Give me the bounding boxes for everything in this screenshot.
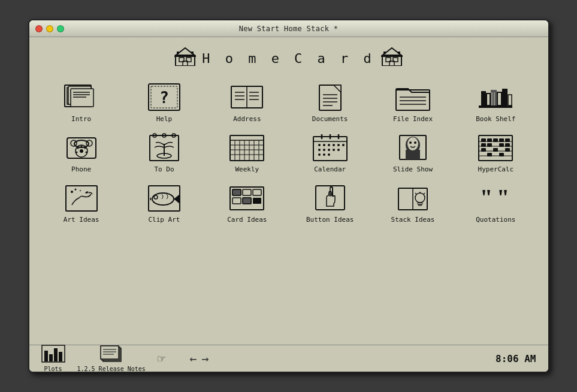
svg-rect-58 [86, 140, 92, 146]
svg-point-97 [333, 149, 335, 151]
svg-point-101 [328, 153, 330, 156]
svg-rect-48 [487, 94, 490, 105]
release-notes-label: 1.2.5 Release Notes [77, 366, 146, 372]
svg-rect-159 [59, 352, 62, 361]
address-icon [226, 82, 267, 113]
traffic-lights [35, 25, 64, 32]
help-label: Help [156, 115, 173, 123]
svg-rect-127 [66, 186, 97, 211]
intro-icon [61, 82, 102, 113]
grid-item-calendar[interactable]: Calendar [289, 128, 370, 176]
back-arrow[interactable]: ← [189, 351, 197, 366]
svg-point-107 [414, 141, 416, 144]
grid-item-to-do[interactable]: To Do [124, 128, 204, 176]
content-area: H o m e C a r d [29, 37, 548, 345]
grid-item-hypercalc[interactable]: HyperCalc [455, 128, 536, 176]
grid-item-file-index[interactable]: File Index [373, 77, 453, 125]
svg-rect-52 [508, 95, 512, 105]
svg-point-96 [328, 149, 330, 151]
grid-item-card-ideas[interactable]: Card Ideas [207, 178, 287, 226]
clock-display: 8:06 AM [496, 353, 536, 364]
svg-line-152 [415, 193, 416, 194]
grid-item-help[interactable]: ? Help [124, 77, 204, 125]
svg-rect-114 [487, 138, 492, 142]
icon-grid: Intro ? Help [41, 77, 536, 226]
stack-ideas-icon [392, 182, 433, 213]
help-icon: ? [144, 82, 185, 113]
svg-text:": " [497, 185, 509, 210]
grid-item-button-ideas[interactable]: Button Ideas [289, 178, 370, 226]
grid-item-intro[interactable]: Intro [41, 77, 122, 125]
svg-point-94 [318, 149, 321, 151]
svg-point-106 [409, 141, 412, 144]
svg-rect-142 [243, 198, 251, 204]
svg-point-133 [154, 195, 158, 199]
svg-rect-140 [253, 198, 261, 204]
grid-item-documents[interactable]: Documents [289, 77, 370, 125]
svg-rect-126 [499, 153, 504, 156]
grid-item-stack-ideas[interactable]: Stack Ideas [373, 178, 453, 226]
hypercalc-label: HyperCalc [478, 165, 514, 173]
phone-icon [61, 132, 102, 163]
grid-item-weekly[interactable]: Weekly [207, 128, 287, 176]
svg-point-64 [77, 147, 78, 149]
quotations-label: Quotations [476, 216, 515, 224]
grid-item-book-shelf[interactable]: Book Shelf [455, 77, 536, 125]
svg-rect-136 [243, 189, 251, 195]
plots-icon [41, 345, 65, 366]
address-label: Address [233, 115, 261, 123]
svg-point-147 [415, 193, 425, 203]
book-shelf-label: Book Shelf [476, 115, 515, 123]
art-ideas-label: Art Ideas [64, 216, 99, 224]
bottom-item-release-notes[interactable]: 1.2.5 Release Notes [77, 345, 146, 372]
svg-rect-115 [493, 138, 498, 142]
weekly-label: Weekly [235, 165, 259, 173]
grid-item-art-ideas[interactable]: Art Ideas [41, 178, 122, 226]
navigation-arrows: ← → [189, 351, 209, 366]
svg-point-88 [318, 144, 321, 146]
svg-rect-149 [418, 204, 422, 206]
close-button[interactable] [35, 25, 43, 32]
svg-point-60 [80, 149, 83, 153]
card-ideas-icon [226, 182, 267, 213]
grid-item-clip-art[interactable]: Clip Art [124, 178, 204, 226]
svg-rect-123 [493, 148, 498, 152]
bottom-item-plots[interactable]: Plots [41, 345, 65, 372]
svg-rect-113 [481, 138, 486, 142]
svg-rect-117 [505, 138, 510, 142]
svg-point-105 [407, 137, 418, 150]
art-ideas-icon [61, 182, 102, 213]
grid-item-phone[interactable]: Phone [41, 128, 122, 176]
file-index-label: File Index [393, 115, 433, 123]
svg-rect-51 [502, 89, 507, 105]
svg-rect-8 [191, 52, 194, 54]
slide-show-label: Slide Show [393, 165, 433, 173]
grid-item-quotations[interactable]: " " Quotations [455, 178, 536, 226]
forward-arrow[interactable]: → [201, 351, 209, 366]
svg-rect-118 [481, 143, 486, 147]
svg-point-128 [71, 191, 73, 193]
svg-point-89 [323, 144, 325, 146]
stack-ideas-label: Stack Ideas [391, 216, 435, 224]
book-shelf-icon [475, 82, 516, 113]
svg-rect-162 [101, 346, 119, 359]
svg-rect-47 [481, 91, 486, 105]
grid-item-address[interactable]: Address [207, 77, 287, 125]
button-ideas-label: Button Ideas [306, 216, 354, 224]
intro-label: Intro [71, 115, 91, 123]
svg-rect-121 [505, 143, 510, 147]
minimize-button[interactable] [46, 25, 53, 32]
house-right-icon [381, 47, 403, 70]
svg-text:?: ? [159, 89, 169, 107]
maximize-button[interactable] [57, 25, 64, 32]
grid-item-slide-show[interactable]: Slide Show [373, 128, 453, 176]
svg-point-62 [84, 147, 86, 149]
documents-label: Documents [312, 115, 348, 123]
plots-label: Plots [44, 366, 62, 372]
svg-point-61 [80, 145, 82, 147]
card-ideas-label: Card Ideas [227, 216, 267, 224]
hypercalc-icon [475, 132, 516, 163]
svg-text:": " [480, 185, 493, 210]
calendar-icon [310, 132, 351, 163]
svg-line-151 [424, 193, 425, 194]
